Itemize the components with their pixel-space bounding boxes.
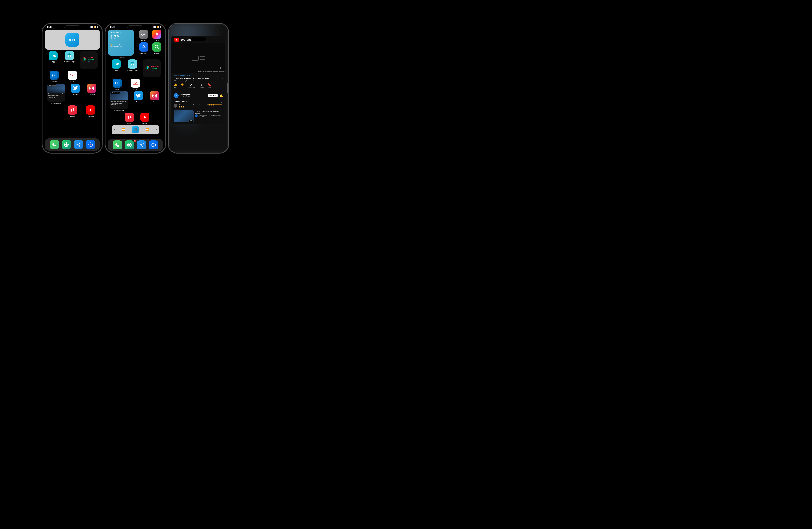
macmag-badge-2: MacMagazine bbox=[111, 92, 119, 94]
dock-safari-2[interactable] bbox=[148, 140, 160, 149]
photos-label-2: Fotos bbox=[155, 40, 159, 41]
yt-comments-expand-icon[interactable] bbox=[220, 101, 223, 103]
mercado-label-2: Mercado Pago bbox=[127, 69, 137, 71]
yt-more-options-icon[interactable]: ⋮ bbox=[221, 111, 223, 113]
yt-play-triangle bbox=[176, 39, 178, 41]
svg-point-2 bbox=[70, 55, 71, 57]
dock-phone-1[interactable] bbox=[48, 140, 60, 149]
app-row-3: MacMagazine Personalize suas cenas do Ho… bbox=[43, 84, 102, 104]
app-gmail-1[interactable]: Gmail bbox=[67, 71, 78, 82]
yt-download-btn[interactable]: ⬇ Download bbox=[198, 83, 204, 88]
macmag-img-1: MacMagazine bbox=[47, 84, 65, 92]
gmail-label-2: Gmail bbox=[133, 88, 137, 90]
battery-icon-2: ▓ bbox=[160, 26, 161, 28]
app-outlook-2[interactable]: Ø Outlook bbox=[111, 78, 123, 90]
media-skip-back[interactable]: ⏪ bbox=[121, 128, 126, 131]
media-close-btn[interactable]: ✕ bbox=[114, 128, 115, 131]
macmag-img-2: MacMagazine bbox=[110, 91, 128, 100]
macmag-badge: MacMagazine bbox=[48, 84, 57, 86]
twitter-label-1: Twitter bbox=[73, 94, 78, 95]
whatsapp-dock-icon-1 bbox=[62, 140, 71, 149]
yt-channel-row: M MacMagazine 101 mil inscritos INSCRITO… bbox=[172, 93, 226, 99]
yt-expand-btn[interactable] bbox=[220, 67, 223, 70]
app-youtube-2[interactable]: YouTube bbox=[139, 113, 151, 124]
svg-text:Ø: Ø bbox=[115, 82, 118, 85]
yt-suggested-avatar bbox=[195, 114, 198, 117]
app-mercado-1[interactable]: Mercado Pago bbox=[63, 51, 75, 63]
yt-expand-info-icon[interactable] bbox=[220, 77, 223, 80]
phone-frame-2: 08:23 ▐▐▐ 📶 ▓ Uberlândia ↗ bbox=[105, 23, 166, 154]
svg-rect-33 bbox=[132, 80, 139, 86]
app-instagram-1[interactable]: Instagram bbox=[86, 84, 98, 95]
app-buscar-2[interactable]: Buscar bbox=[151, 42, 163, 54]
side-chevron-handle[interactable]: › bbox=[227, 83, 228, 93]
dock-whatsapp-2[interactable]: 1 bbox=[124, 140, 135, 149]
svg-point-37 bbox=[128, 118, 129, 119]
time-2: 08:23 bbox=[110, 26, 115, 28]
app-gmail-2[interactable]: Gmail bbox=[129, 78, 141, 90]
svg-point-13 bbox=[91, 87, 92, 89]
yt-video-player[interactable]: Este vídeo está sendo reproduzido em PiP bbox=[172, 43, 226, 73]
app-music-1[interactable]: Música bbox=[67, 105, 78, 117]
app-youtube-1[interactable]: YouTube bbox=[85, 105, 97, 117]
app-mercado-2[interactable]: Mercado Pago bbox=[127, 59, 139, 71]
dock-whatsapp-1[interactable] bbox=[60, 140, 72, 149]
yt-subscribe-btn[interactable]: INSCRITO bbox=[208, 94, 218, 97]
mm-logo: mm bbox=[66, 33, 79, 47]
app-row-2-1: Trigg Trigg Mercado Pago bbox=[106, 59, 165, 77]
yt-share-btn[interactable]: ↗ Compartilhar bbox=[187, 83, 195, 88]
app-trigg-2[interactable]: Trigg Trigg bbox=[110, 59, 122, 71]
weather-city: Uberlândia ↗ bbox=[110, 32, 121, 34]
svg-line-21 bbox=[157, 47, 159, 49]
app-photos-2[interactable]: Fotos bbox=[151, 30, 163, 41]
app-outlook-1[interactable]: Ø Outlook bbox=[48, 71, 60, 82]
app-twitter-1[interactable]: Twitter bbox=[69, 84, 81, 95]
dock-safari-1[interactable] bbox=[85, 140, 97, 149]
yt-channel-subs: 101 mil inscritos bbox=[180, 96, 191, 97]
gmail-icon-2 bbox=[131, 78, 140, 88]
weather-widget-inner: Uberlândia ↗ 17° ☀️ Ensolarado Máx 28° M… bbox=[108, 30, 134, 56]
yt-save-btn[interactable]: 🔖 Salvar bbox=[207, 83, 211, 88]
app-twitter-2[interactable]: Twitter bbox=[132, 91, 144, 103]
app-instagram-2[interactable]: Instagram bbox=[149, 91, 161, 103]
signal-icon-1: ▐▐▐ bbox=[89, 26, 93, 28]
wifi-icon-1: 📶 bbox=[94, 26, 96, 28]
media-expand-btn[interactable]: ⤢ bbox=[156, 128, 157, 131]
youtube-card: YouTube Este vídeo está sendo reproduzid… bbox=[172, 36, 226, 124]
yt-bell-icon[interactable]: 🔔 bbox=[220, 94, 223, 97]
macmag-widget-inner-2: MacMagazine Personalize suas cenas do Ho… bbox=[110, 91, 128, 109]
macmag-text-2: Personalize suas cenas do HomeKit com o … bbox=[110, 100, 128, 106]
media-skip-forward[interactable]: ⏩ bbox=[145, 128, 149, 131]
outlook-label-1: Outlook bbox=[51, 80, 57, 82]
phone-dock-icon-1 bbox=[50, 140, 59, 149]
fitness-cal-1: 48/450CAL bbox=[88, 57, 96, 59]
signal-icon-2: ▐▐▐ bbox=[152, 26, 156, 28]
yt-comment-text: Caraca, essa thumb ficou muito massa!!!!… bbox=[179, 104, 223, 108]
macmag-label-2: MacMagazine bbox=[110, 110, 128, 111]
svg-point-38 bbox=[130, 117, 131, 118]
svg-point-35 bbox=[154, 95, 156, 97]
app-trigg-1[interactable]: Trigg Trigg bbox=[47, 51, 59, 63]
app-row-2-3: MacMagazine Personalize suas cenas do Ho… bbox=[106, 91, 165, 111]
app-music-2[interactable]: Música bbox=[124, 113, 135, 124]
app-settings-2[interactable]: Ajustes bbox=[138, 30, 150, 41]
yt-suggested-title: Tela de início, widgets e Spotlight do i… bbox=[195, 111, 221, 114]
svg-point-1 bbox=[68, 55, 69, 57]
svg-point-19 bbox=[143, 33, 145, 35]
yt-duration: 9:56 bbox=[189, 120, 193, 122]
yt-like-btn[interactable]: 👍 687 bbox=[174, 83, 177, 88]
dock-telegram-1[interactable] bbox=[73, 140, 85, 149]
gmail-label-1: Gmail bbox=[70, 80, 74, 82]
app-row-4: Música YouTube bbox=[43, 105, 102, 117]
dock-telegram-2[interactable] bbox=[135, 140, 147, 149]
mercado-label-1: Mercado Pago bbox=[64, 61, 74, 63]
youtube-icon-1 bbox=[86, 105, 95, 115]
dock-1 bbox=[45, 139, 100, 151]
yt-suggested-item[interactable]: 9:56 Tela de início, widgets e Spotlight… bbox=[174, 111, 223, 122]
instagram-label-2: Instagram bbox=[151, 101, 158, 103]
dock-phone-2[interactable] bbox=[112, 140, 123, 149]
app-appstore-2[interactable]: App Store bbox=[138, 42, 150, 54]
yt-dislike-btn[interactable]: 👎 7 bbox=[180, 83, 184, 88]
svg-point-36 bbox=[156, 94, 156, 95]
svg-point-16 bbox=[73, 110, 74, 111]
